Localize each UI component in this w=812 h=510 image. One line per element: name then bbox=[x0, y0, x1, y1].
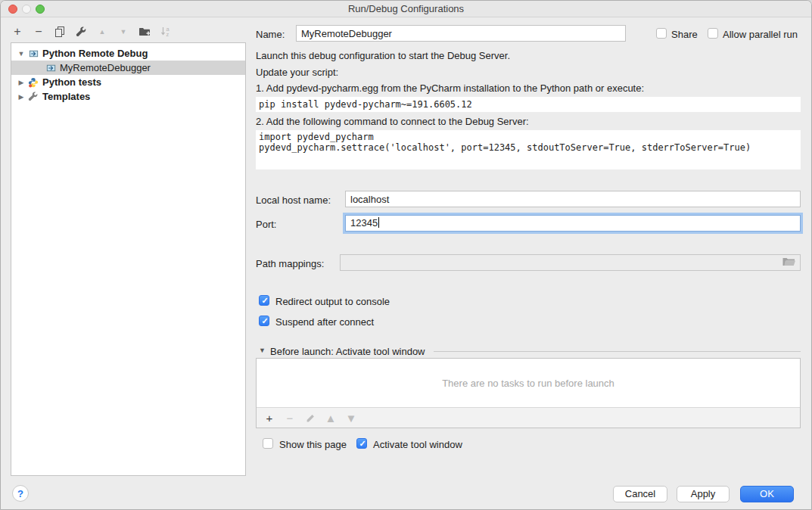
path-mappings-input[interactable] bbox=[340, 254, 801, 271]
python-tests-icon bbox=[27, 76, 39, 89]
add-task-icon[interactable]: + bbox=[263, 412, 275, 424]
no-tasks-message: There are no tasks to run before launch bbox=[257, 359, 800, 407]
settrace-code-line1: import pydevd_pycharm bbox=[259, 132, 374, 142]
remove-icon[interactable]: − bbox=[31, 24, 46, 39]
activate-tool-window-checkbox[interactable] bbox=[356, 438, 367, 449]
remote-debug-icon bbox=[45, 62, 57, 74]
update-script-text: Update your script: bbox=[256, 67, 338, 78]
name-input[interactable] bbox=[296, 25, 626, 42]
svg-text:z: z bbox=[166, 31, 170, 38]
move-down-icon[interactable]: ▼ bbox=[116, 24, 131, 39]
port-label: Port: bbox=[256, 219, 276, 230]
apply-button[interactable]: Apply bbox=[677, 486, 730, 502]
port-value: 12345 bbox=[350, 217, 378, 229]
tree-item-label: Templates bbox=[42, 91, 90, 102]
before-launch-collapse-icon[interactable]: ▼ bbox=[259, 347, 266, 354]
configurations-tree: ▼ Python Remote Debug MyRemoteDebugger ▶… bbox=[11, 42, 246, 476]
tasks-toolbar: + − ▲ ▼ bbox=[257, 407, 800, 428]
share-checkbox[interactable] bbox=[656, 28, 667, 39]
allow-parallel-run-label[interactable]: Allow parallel run bbox=[723, 29, 798, 40]
close-window-button[interactable] bbox=[8, 5, 17, 14]
intro-text: Launch this debug configuration to start… bbox=[256, 50, 510, 61]
zoom-window-button[interactable] bbox=[36, 5, 45, 14]
help-button[interactable]: ? bbox=[12, 485, 29, 502]
remove-task-icon[interactable]: − bbox=[284, 412, 296, 424]
tree-item-label: MyRemoteDebugger bbox=[60, 62, 151, 73]
tree-item-label: Python tests bbox=[42, 76, 101, 88]
minimize-window-button[interactable] bbox=[22, 5, 31, 14]
path-mappings-label: Path mappings: bbox=[256, 258, 324, 269]
redirect-output-checkbox[interactable] bbox=[259, 295, 269, 306]
step2-text: 2. Add the following command to connect … bbox=[256, 116, 529, 127]
tree-item-label: Python Remote Debug bbox=[42, 48, 148, 59]
open-folder-icon[interactable] bbox=[782, 257, 797, 269]
window-title: Run/Debug Configurations bbox=[1, 1, 811, 17]
copy-icon[interactable] bbox=[52, 24, 67, 39]
templates-wrench-icon bbox=[27, 91, 39, 103]
move-up-icon[interactable]: ▲ bbox=[95, 24, 110, 39]
move-task-up-icon[interactable]: ▲ bbox=[325, 412, 337, 424]
new-folder-icon[interactable] bbox=[137, 24, 152, 39]
suspend-after-connect-label[interactable]: Suspend after connect bbox=[275, 316, 374, 328]
suspend-after-connect-checkbox[interactable] bbox=[259, 316, 269, 326]
remote-debug-icon bbox=[27, 48, 39, 60]
sort-alphabetically-icon[interactable]: az bbox=[158, 24, 173, 39]
titlebar: Run/Debug Configurations bbox=[1, 1, 811, 17]
chevron-collapsed-icon[interactable]: ▶ bbox=[17, 79, 26, 86]
name-label: Name: bbox=[256, 29, 285, 40]
local-host-name-label: Local host name: bbox=[256, 194, 331, 206]
tree-item-myremotedebugger[interactable]: MyRemoteDebugger bbox=[11, 61, 245, 75]
redirect-output-label[interactable]: Redirect output to console bbox=[275, 296, 390, 307]
edit-task-pencil-icon[interactable] bbox=[304, 412, 316, 424]
allow-parallel-run-checkbox[interactable] bbox=[708, 28, 718, 39]
tree-item-python-remote-debug[interactable]: ▼ Python Remote Debug bbox=[11, 46, 245, 61]
show-this-page-checkbox[interactable] bbox=[263, 438, 273, 449]
activate-tool-window-label[interactable]: Activate tool window bbox=[373, 439, 462, 450]
tree-item-templates[interactable]: ▶ Templates bbox=[11, 89, 245, 104]
share-label[interactable]: Share bbox=[671, 29, 698, 40]
port-input[interactable]: 12345 bbox=[345, 215, 801, 232]
step1-text: 1. Add pydevd-pycharm.egg from the PyCha… bbox=[256, 82, 644, 94]
edit-templates-wrench-icon[interactable] bbox=[73, 24, 89, 39]
text-caret bbox=[378, 217, 379, 228]
before-launch-label: Before launch: Activate tool window bbox=[270, 346, 425, 357]
show-this-page-label[interactable]: Show this page bbox=[279, 439, 347, 450]
add-icon[interactable]: + bbox=[10, 24, 25, 39]
section-rule bbox=[434, 351, 801, 352]
tree-item-python-tests[interactable]: ▶ Python tests bbox=[11, 75, 245, 89]
settrace-code-line2: pydevd_pycharm.settrace('localhost', por… bbox=[259, 142, 751, 153]
cancel-button[interactable]: Cancel bbox=[613, 486, 667, 502]
pip-install-code: pip install pydevd-pycharm~=191.6605.12 bbox=[256, 97, 801, 112]
before-launch-tasks-panel: There are no tasks to run before launch … bbox=[256, 358, 801, 428]
chevron-collapsed-icon[interactable]: ▶ bbox=[17, 93, 26, 101]
move-task-down-icon[interactable]: ▼ bbox=[345, 412, 357, 424]
configurations-toolbar: + − ▲ ▼ az bbox=[10, 23, 173, 41]
local-host-name-input[interactable] bbox=[345, 191, 801, 207]
run-debug-configurations-dialog: Run/Debug Configurations + − ▲ ▼ az ▼ bbox=[0, 0, 812, 510]
chevron-expanded-icon[interactable]: ▼ bbox=[17, 50, 26, 58]
settrace-code: import pydevd_pycharm pydevd_pycharm.set… bbox=[256, 130, 801, 169]
ok-button[interactable]: OK bbox=[740, 486, 794, 502]
